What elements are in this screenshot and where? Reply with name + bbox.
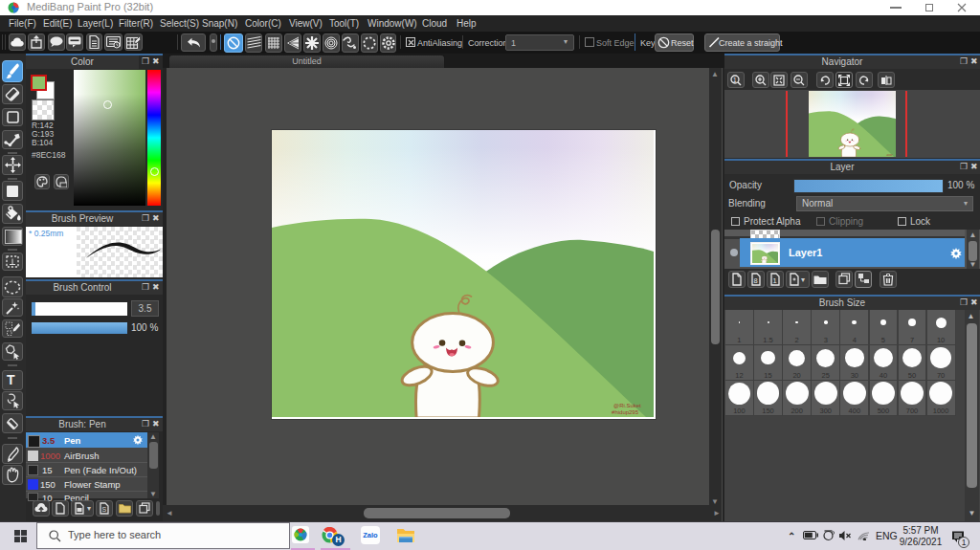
svg-text:8: 8 (754, 276, 758, 285)
svg-text:S: S (101, 506, 106, 513)
svg-text:1: 1 (733, 77, 737, 83)
svg-text:1: 1 (773, 276, 777, 285)
